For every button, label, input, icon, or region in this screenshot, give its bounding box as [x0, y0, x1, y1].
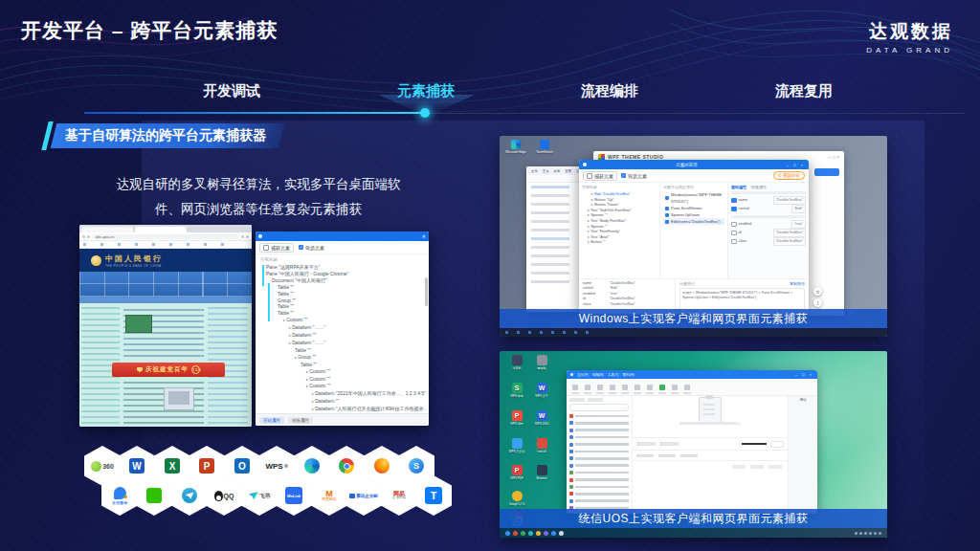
search-input: ⌕: [569, 404, 629, 411]
desktop-icon-edge: Microsoft Edge: [503, 140, 528, 154]
tree-node: Table "": [260, 284, 427, 291]
uos-icon-trash: 回收站: [530, 355, 553, 370]
path-node: Spinner.UpDown: [663, 211, 724, 218]
path-node: Window(name="WPF THEME STUDIO"): [663, 191, 724, 205]
uos-screenshot: 计算机 回收站 SWPS 表格 WWPS 文字 PWPS 演示 WWPS 201…: [500, 351, 887, 538]
element-capture-dialog: 元素捕获器 – □ × 捕获元素 ✓筛选元素 ↻ 重新捕获 可视化树 Edit …: [579, 160, 809, 314]
zoom-slider: [742, 443, 767, 445]
uos-icon-wps-cloud: WPS 云文档: [505, 438, 528, 453]
tree-node: DataItem "": [260, 398, 427, 406]
uos-icon-wps-show: PWPS 演示: [505, 410, 528, 426]
progress-track-active: [84, 112, 421, 114]
feishu-icon: 飞书: [249, 492, 270, 499]
filter-element-checkbox: ✓筛选元素: [299, 245, 324, 251]
pbc-website: 中国人民银行 THE PEOPLE'S BANK OF CHINA 庆祝建党百年…: [79, 249, 252, 427]
uos-window-titlebar: 文件(F) 编辑(E) 工具(T) 帮助(H) – □ ×: [567, 370, 817, 379]
word-icon: W: [129, 458, 145, 474]
browser-tab-2: [135, 227, 187, 232]
slide-canvas: 开发平台 – 跨平台元素捕获 达观数据 DATA GRAND 开发调试 元素捕获…: [0, 0, 980, 551]
prop-row: name"DoubleTextBox": [731, 196, 806, 205]
dialog-titlebar: 元素捕获器 – □ ×: [579, 160, 809, 169]
pbc-title-cn: 中国人民银行: [105, 253, 163, 264]
up-arrow-icon: ↥: [813, 298, 822, 307]
wechat-work-icon: [114, 487, 126, 499]
tree-node: Table "": [260, 310, 427, 317]
scrollbar: [425, 277, 428, 306]
copy-path-button: 复制路径: [790, 281, 805, 286]
pbc-nav-grid: [79, 272, 252, 297]
gear-icon: ⚙: [813, 287, 822, 296]
tab-dev-debug[interactable]: 开发调试: [203, 82, 260, 100]
tree-node: DataItem "人民银行召开金融统计和科技工作电视会…（2021）第20号……: [260, 406, 427, 413]
capture-element-button: 捕获元素: [259, 243, 294, 253]
telegram-icon: [182, 488, 197, 503]
banner-100-icon: 100: [191, 365, 200, 374]
capture-icon: [263, 245, 269, 251]
pbc-news-photo: [125, 315, 152, 333]
dialog-toolbar: 捕获元素 ✓筛选元素 ↻ 重新捕获: [579, 169, 809, 183]
edge-desktop-icon: [511, 140, 521, 149]
uos-icon-computer: 计算机: [505, 355, 528, 370]
capture-toolbar: 捕获元素 ✓筛选元素: [256, 241, 429, 254]
page-title: 开发平台 – 跨平台元素捕获: [21, 17, 278, 44]
tree-node: Table "": [260, 347, 427, 354]
tree-node: Pane "中国人民银行 - Google Chrome": [260, 271, 427, 277]
tree-node: DataItem "2021年中国人民银行工作会…、1 2 3 4 5": [260, 390, 427, 398]
tree-node: Button "": [582, 239, 657, 245]
welink-icon: WeLink: [285, 487, 302, 504]
excel-icon: X: [165, 458, 180, 474]
checkbox-checked-icon: ✓: [299, 245, 303, 250]
capture-footer: 基础属性 校验属性: [256, 413, 429, 426]
uos-icon-wps-writer: WWPS 文字: [530, 383, 553, 398]
section-badge: 基于自研算法的跨平台元素捕获器: [54, 123, 281, 148]
uos-icon-wps-sheet: SWPS 表格: [505, 383, 528, 398]
profile-icon: [241, 235, 244, 238]
uos-component-list: ⌕: [567, 396, 633, 514]
browser-tab-1: [81, 227, 133, 232]
element-tree-panel: 可视化树 Pane "达观RPA开发平台" Pane "中国人民银行 - Goo…: [256, 254, 429, 413]
qq-icon: QQ: [214, 491, 234, 501]
brand-logo: 达观数据 DATA GRAND: [866, 19, 953, 55]
360-icon: 360: [91, 461, 114, 472]
browser-tabstrip: [79, 225, 252, 232]
props-section-bar: [731, 215, 806, 218]
tab-verify-props: 校验属性: [288, 417, 313, 424]
pbc-header: 中国人民银行 THE PEOPLE'S BANK OF CHINA: [79, 249, 252, 272]
brand-logo-cn: 达观数据: [866, 19, 953, 44]
capture-tool-window: ✕ 捕获元素 ✓筛选元素 可视化树 Pane "达观RPA开发平台" Pane …: [256, 231, 429, 426]
empty-hint-text: [679, 422, 741, 425]
uos-icon-wps-pdf: PWPS PDF: [505, 465, 528, 480]
tab-flow-orchestration[interactable]: 流程编排: [581, 82, 638, 100]
tree-node: Custom "": [260, 376, 427, 384]
tree-node: Pane "达观RPA开发平台": [260, 264, 427, 271]
section-description: 达观自研的多叉树寻径算法，实现多平台桌面端软 件、网页浏览器等任意复杂元素捕获: [91, 172, 426, 223]
uos-caption: 统信UOS上实现客户端和网页界面元素捕获: [500, 509, 887, 528]
reload-icon: [87, 235, 90, 238]
dialog-tree-panel: 可视化树 Edit "DoubleTextBox" Button "Up" Bu…: [579, 183, 660, 278]
capture-titlebar: ✕: [256, 231, 429, 241]
tencent-exmail-icon: 腾讯企业邮: [349, 494, 378, 498]
app-icon: [258, 234, 262, 238]
browser-address-bar: pbc.gov.cn: [79, 232, 252, 241]
pbc-anniversary-banner: 庆祝建党百年 100: [112, 363, 225, 377]
wechat-icon: [146, 488, 162, 503]
tab-basic-props: 基础属性: [259, 417, 284, 424]
back-icon: [82, 235, 85, 238]
uos-prop-panel: 属性: [789, 396, 817, 514]
dialog-title: 元素捕获器: [676, 163, 698, 167]
app-icon: [570, 373, 573, 376]
tree-node: Group "": [260, 354, 427, 362]
tree-node: Document "中国人民银行": [260, 277, 427, 284]
search-icon: ⌕: [624, 406, 626, 409]
dialog-props-panel: 基础属性 校验属性 name"DoubleTextBox" control"Ed…: [728, 183, 809, 278]
dialog-app-icon: [583, 163, 587, 166]
tab-flow-reuse[interactable]: 流程复用: [775, 82, 833, 100]
watermark: [736, 421, 774, 424]
tab-basic-props: 基础属性: [731, 185, 746, 189]
chrome-window: pbc.gov.cn 中国人民银行 THE PEOPLE'S BANK OF C…: [79, 225, 252, 427]
tree-node: DataItem "……": [260, 340, 427, 347]
windows-screenshot: Microsoft Edge TeamViewer WPF THEME STUD…: [500, 136, 887, 337]
powerpoint-icon: P: [199, 458, 214, 474]
tree-node: Table "": [260, 303, 427, 310]
tree-connector-line-2: [268, 283, 270, 321]
